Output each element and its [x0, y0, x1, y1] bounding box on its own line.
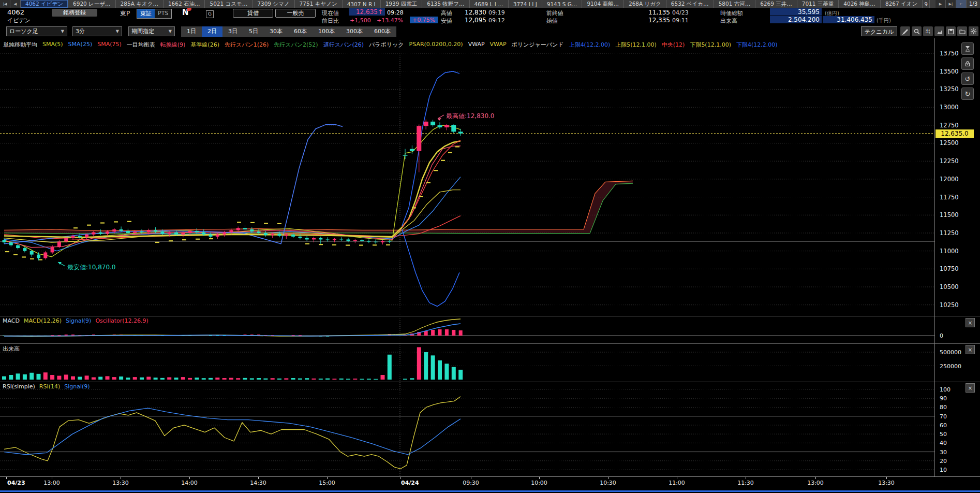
redo-icon[interactable]: ↻: [961, 88, 974, 100]
stock-tab[interactable]: 4689 L I …: [470, 0, 509, 8]
current-price-tag: 12,635.0: [936, 129, 974, 138]
legend-item: 先行スパン2(52): [274, 41, 318, 49]
range-button[interactable]: 300本: [340, 26, 368, 37]
stock-tab[interactable]: 268A リガク: [624, 0, 666, 8]
stock-tab[interactable]: 9104 商船…: [582, 0, 624, 8]
stock-tab[interactable]: 7011 三菱重: [797, 0, 839, 8]
auto-scale-icon[interactable]: [961, 42, 974, 55]
rsi-close-icon[interactable]: ×: [966, 383, 975, 393]
rsi-axis-label: 10: [940, 467, 947, 473]
tab-back-icon[interactable]: ←: [956, 0, 967, 8]
register-button[interactable]: 銘柄登録: [52, 9, 97, 17]
time-tick: [121, 477, 121, 479]
open-time: 09:11: [672, 17, 689, 24]
range-button[interactable]: 600本: [368, 26, 396, 37]
volume-panel-divider: [0, 343, 980, 344]
range-button[interactable]: 60本: [288, 26, 313, 37]
low-price-annotation: 最安値:10,870.0: [67, 263, 115, 272]
folder-icon[interactable]: [957, 26, 967, 36]
time-axis-label: 09:30: [462, 480, 480, 486]
range-button[interactable]: 30本: [264, 26, 288, 37]
price-axis-label: 10750: [940, 265, 959, 272]
chart-style-icon[interactable]: [934, 26, 944, 36]
quote-info-bar: 4062 イビデン 銘柄登録 東P 東証 PTS N G 貸借 一般売 現在値 …: [0, 8, 980, 25]
news-icon[interactable]: N: [182, 8, 189, 17]
zoom-magnifier-icon[interactable]: [912, 26, 922, 36]
range-button[interactable]: 2日: [202, 26, 222, 37]
range-button[interactable]: 5日: [243, 26, 264, 37]
stock-tab[interactable]: 7309 シマノ: [253, 0, 294, 8]
time-axis-label: 14:00: [180, 480, 199, 486]
legend-item: Signal(9): [66, 317, 91, 324]
legend-item: 下限5(12,1.00): [690, 41, 731, 49]
legend-item: RSI(14): [39, 383, 60, 390]
range-button[interactable]: 1日: [181, 26, 202, 37]
exchange-pts-button[interactable]: PTS: [155, 9, 171, 18]
stock-tab[interactable]: 6135 牧野フ…: [422, 0, 469, 8]
range-button[interactable]: 3日: [222, 26, 243, 37]
tab-first-icon[interactable]: |◀: [0, 0, 10, 8]
stock-tab[interactable]: 285A キオク…: [116, 0, 164, 8]
stock-tab[interactable]: 3774 I I J: [509, 0, 542, 8]
time-axis-label: 13:30: [877, 480, 896, 486]
stock-tab[interactable]: 8267 イオン: [881, 0, 923, 8]
range-button[interactable]: 100本: [313, 26, 340, 37]
general-sell-button[interactable]: 一般売: [275, 9, 316, 18]
chart-type-select[interactable]: ローソク足▼: [6, 26, 67, 36]
stock-tab[interactable]: 1662 石油…: [164, 0, 205, 8]
price-axis-label: 13750: [940, 50, 959, 57]
technical-button[interactable]: テクニカル: [861, 26, 897, 36]
volume-axis-label: 250000: [940, 363, 961, 369]
time-tick: [327, 477, 328, 479]
chevron-down-icon: ▼: [61, 29, 64, 34]
stock-tab[interactable]: 4062 イビデン: [21, 0, 68, 8]
g-icon[interactable]: G: [206, 10, 214, 18]
range-button-group: 1日2日3日5日30本60本100本300本600本: [181, 26, 396, 37]
change-label: 前日比: [322, 17, 339, 25]
exchange-tse-button[interactable]: 東証: [137, 9, 155, 18]
undo-icon[interactable]: ↺: [961, 72, 974, 85]
order-panel-icon[interactable]: 出: [923, 26, 933, 36]
save-icon[interactable]: [946, 26, 956, 36]
stock-tab[interactable]: 6920 レーザ…: [68, 0, 116, 8]
stock-tab[interactable]: 6269 三井…: [755, 0, 797, 8]
rsi-legend: RSI(simple)RSI(14)Signal(9): [3, 383, 90, 390]
margin-button[interactable]: 貸借: [233, 9, 273, 18]
stock-tab[interactable]: 5801 古河…: [714, 0, 756, 8]
scale-lock-icon[interactable]: [961, 57, 974, 70]
stock-tabs: 4062 イビデン6920 レーザ…285A キオク…1662 石油…5021 …: [21, 0, 936, 8]
period-select[interactable]: 期間指定▼: [128, 26, 175, 36]
up-arrow-icon: ↑: [378, 8, 383, 16]
stock-tab[interactable]: 7751 キヤノン: [295, 0, 343, 8]
price-axis-label: 13000: [940, 104, 959, 111]
gear-icon[interactable]: [969, 26, 978, 36]
rsi-panel-divider: [0, 382, 980, 382]
stock-tab[interactable]: 1939 四電工: [381, 0, 423, 8]
stock-tab[interactable]: 9: [923, 0, 930, 8]
volume-label: 出来高: [720, 17, 737, 25]
tab-last-icon[interactable]: ▶|: [946, 0, 956, 8]
time-tick: [52, 477, 52, 479]
draw-pencil-icon[interactable]: [900, 26, 910, 36]
high-time: 09:19: [488, 9, 505, 16]
stock-tab[interactable]: 4307 N R I: [343, 0, 381, 8]
stock-tab[interactable]: 9143 S G…: [542, 0, 583, 8]
stock-tab[interactable]: 6532 ベイカ…: [666, 0, 714, 8]
legend-item: 中央(12): [662, 41, 685, 49]
price-axis-label: 12250: [940, 157, 959, 165]
chevron-down-icon: ▼: [169, 29, 172, 34]
tab-next-icon[interactable]: ▶: [936, 0, 946, 8]
interval-select[interactable]: 3分▼: [72, 26, 122, 36]
stock-tab[interactable]: 4026 神島…: [839, 0, 881, 8]
prev-close-label: 前終値: [546, 9, 563, 17]
price-axis-label: 11000: [940, 248, 959, 255]
chart-canvas[interactable]: [0, 0, 934, 493]
macd-close-icon[interactable]: ×: [966, 318, 975, 327]
chevron-down-icon: ▼: [116, 29, 119, 34]
stock-tab[interactable]: 5021 コスモ…: [205, 0, 253, 8]
volume-close-icon[interactable]: ×: [966, 345, 975, 354]
pts-percent-badge: +0.75%: [410, 17, 438, 23]
volume-value: 2,504,200: [770, 16, 822, 23]
tab-prev-icon[interactable]: ◀: [10, 0, 21, 8]
rsi-axis-label: 40: [940, 440, 947, 446]
